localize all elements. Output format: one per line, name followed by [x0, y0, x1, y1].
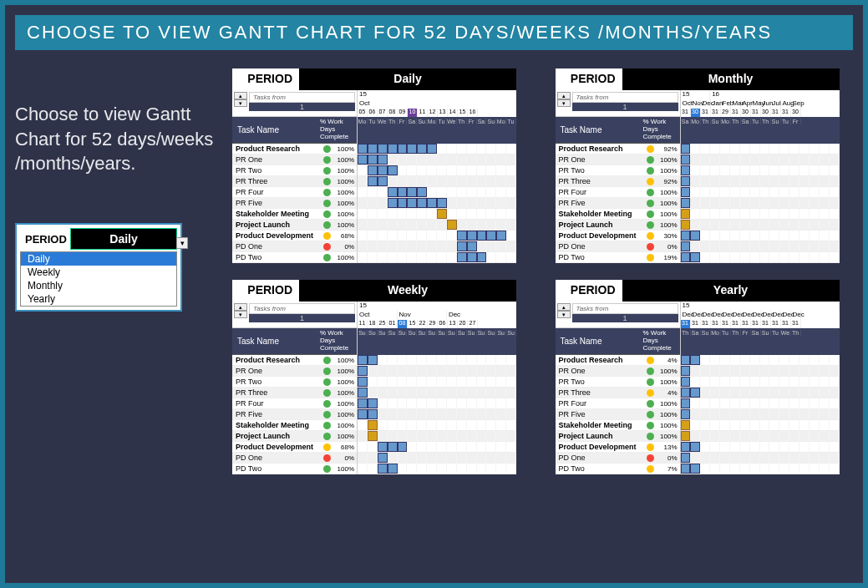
task-percent: 100% [657, 167, 680, 175]
task-name: PR Five [232, 199, 321, 207]
task-percent: 7% [657, 465, 680, 473]
work-days-header: % Work Days Complete [642, 119, 680, 140]
chevron-up-icon[interactable]: ▴ [234, 303, 247, 311]
task-percent: 4% [657, 389, 680, 397]
day-label: Su [486, 330, 496, 336]
gantt-bar-row [681, 198, 840, 209]
task-row: Product Research4% [556, 355, 680, 366]
task-percent: 100% [657, 156, 680, 164]
day-label: Su [467, 330, 477, 336]
gantt-panel-monthly: PERIODMonthly▴▾Tasks from1Task Name% Wor… [556, 68, 840, 263]
gantt-bar-row [358, 176, 516, 187]
status-dot-icon [323, 189, 331, 196]
chevron-up-icon[interactable]: ▴ [234, 92, 247, 99]
task-percent: 100% [333, 254, 357, 261]
date-num: 18 [368, 320, 378, 328]
gantt-bar-row [358, 187, 516, 198]
month-label: Dec [721, 311, 731, 320]
date-num: 31 [711, 109, 721, 117]
period-dropdown[interactable]: PERIOD Daily ▾ DailyWeeklyMonthlyYearly [15, 223, 182, 312]
day-label: Su [358, 330, 368, 336]
tasks-from-label: Tasks from [572, 303, 678, 314]
description-text: Choose to view Gantt Chart for 52 days/w… [15, 102, 216, 176]
month-label: Dec [771, 311, 781, 320]
task-spinner[interactable]: ▴▾ [557, 303, 571, 318]
month-label: Dec [731, 311, 741, 320]
status-dot-icon [647, 167, 654, 175]
task-row: PR Two100% [556, 377, 680, 388]
gantt-bar-row [681, 366, 840, 377]
dropdown-list[interactable]: ▾ DailyWeeklyMonthlyYearly [20, 251, 177, 307]
day-label: Su [477, 330, 487, 336]
day-label: Su [368, 330, 378, 336]
gantt-bar-row [358, 388, 516, 398]
date-num: 01 [388, 320, 398, 328]
day-label: Su [486, 119, 496, 124]
day-label: Tu [368, 119, 378, 124]
day-label: Th [791, 330, 801, 336]
dropdown-option-monthly[interactable]: Monthly [21, 279, 176, 292]
month-label: Oct [358, 99, 516, 109]
gantt-panel-weekly: PERIODWeekly▴▾Tasks from1Task Name% Work… [232, 280, 516, 474]
date-num: 31 [711, 320, 721, 328]
month-label: Jul [771, 99, 781, 109]
date-num: 09 [398, 109, 408, 117]
status-dot-icon [323, 232, 331, 240]
status-dot-icon [323, 465, 331, 473]
month-label: Dec [691, 311, 701, 320]
page-title: CHOOSE TO VIEW GANTT CHART FOR 52 DAYS/W… [15, 15, 853, 50]
chevron-up-icon[interactable]: ▴ [557, 303, 571, 311]
task-name: Stakeholder Meeting [232, 210, 321, 218]
chevron-down-icon[interactable]: ▾ [234, 99, 247, 107]
task-spinner[interactable]: ▴▾ [557, 92, 571, 107]
gantt-bar-row [358, 209, 516, 220]
gantt-bar-row [358, 165, 516, 176]
task-row: PD One0% [232, 453, 357, 464]
chevron-down-icon[interactable]: ▾ [234, 311, 247, 318]
day-label: Tu [771, 330, 781, 336]
day-label: Fr [398, 119, 408, 124]
gantt-bar-row [681, 409, 840, 420]
month-label: Dec [701, 311, 711, 320]
task-row: PD Two19% [556, 252, 680, 263]
date-num: 30 [791, 109, 801, 117]
gantt-bar-row [358, 409, 516, 420]
month-label: Nov [398, 311, 447, 320]
gantt-bar-row [681, 155, 840, 165]
chevron-down-icon[interactable]: ▾ [557, 99, 571, 107]
month-label: Apr [741, 99, 751, 109]
month-label: Dec [751, 311, 761, 320]
dropdown-option-weekly[interactable]: Weekly [21, 266, 176, 279]
chevron-down-icon[interactable]: ▾ [557, 311, 571, 318]
task-name: PR One [232, 155, 321, 164]
task-name: Product Research [556, 356, 644, 364]
dropdown-option-daily[interactable]: Daily [21, 252, 176, 266]
month-label: Nov [691, 99, 701, 109]
date-num: 08 [398, 320, 408, 328]
task-row: PR Two100% [556, 165, 680, 176]
date-num: 08 [388, 109, 398, 117]
task-percent: 100% [333, 189, 357, 196]
task-percent: 0% [333, 454, 357, 462]
period-label: PERIOD [232, 280, 299, 302]
period-selected-value[interactable]: Daily [70, 228, 177, 250]
day-label: Th [457, 119, 467, 124]
dropdown-option-yearly[interactable]: Yearly [21, 292, 176, 306]
task-name: PD One [556, 242, 644, 251]
task-name: PR Five [232, 410, 321, 418]
period-value: Monthly [622, 68, 840, 90]
task-percent: 100% [657, 433, 680, 440]
chevron-up-icon[interactable]: ▴ [557, 92, 571, 99]
gantt-bar-row [681, 176, 840, 187]
chevron-down-icon[interactable]: ▾ [176, 237, 188, 249]
task-spinner[interactable]: ▴▾ [234, 303, 247, 318]
month-label: Dec [711, 311, 721, 320]
task-percent: 0% [657, 454, 680, 462]
month-label: Jan [711, 99, 721, 109]
day-label: Su [398, 330, 408, 336]
task-name: PR Two [556, 166, 644, 175]
tasks-from-label: Tasks from [249, 303, 355, 314]
task-row: PR Two100% [232, 377, 357, 388]
task-percent: 100% [333, 411, 357, 418]
task-spinner[interactable]: ▴▾ [234, 92, 247, 107]
